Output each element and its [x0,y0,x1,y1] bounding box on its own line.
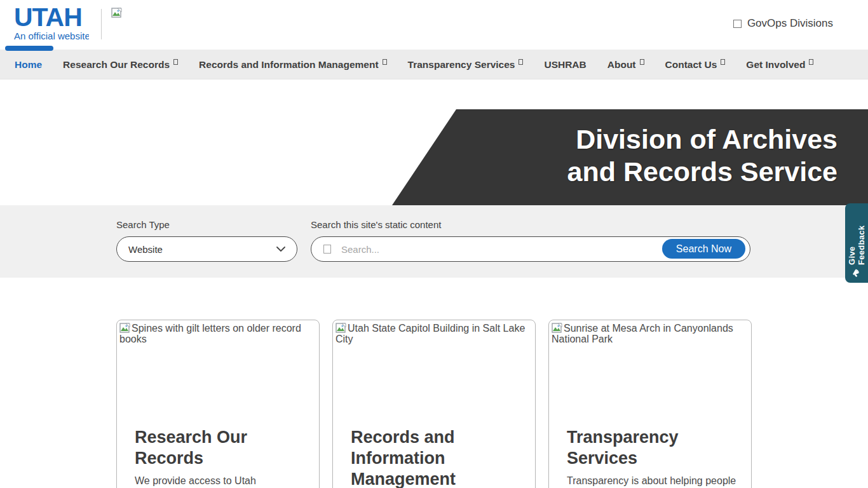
hero-shape: Division of Archives and Records Service [392,109,868,205]
nav-label: About [607,58,636,71]
broken-image-icon [552,323,562,334]
active-tab-indicator [5,46,53,51]
card-records-information-management[interactable]: Utah State Capitol Building in Salt Lake… [332,320,536,488]
dropdown-indicator-icon [809,59,813,65]
megaphone-icon [851,268,862,278]
nav-item-transparency-services[interactable]: Transparency Services [408,58,524,71]
card-title: Research Our Records [135,427,306,469]
nav-label: Transparency Services [408,58,515,71]
govops-icon [733,20,742,28]
card-description: We provide access to Utah governmental e… [135,475,306,488]
nav-item-ushrab[interactable]: USHRAB [544,58,586,71]
search-section: Search Type Website Search this site's s… [0,205,868,278]
card-image-alt: Spines with gilt letters on older record… [117,320,319,344]
card-description: Transparency is about helping people nav… [567,475,738,488]
card-transparency-services[interactable]: Sunrise at Mesa Arch in Canyonlands Nati… [548,320,752,488]
alt-text: Sunrise at Mesa Arch in Canyonlands Nati… [552,323,733,344]
card-image-alt: Sunrise at Mesa Arch in Canyonlands Nati… [549,320,751,344]
nav-label: Records and Information Management [199,58,378,71]
give-feedback-label: Give Feedback [847,210,866,265]
search-bar: Search Now [311,236,750,262]
nav-item-about[interactable]: About [607,58,644,71]
search-icon [323,245,331,254]
card-title: Transparency Services [567,427,738,469]
alt-text: Spines with gilt letters on older record… [119,323,301,344]
dropdown-indicator-icon [640,59,644,65]
nav-label: Home [15,58,42,71]
card-image-alt: Utah State Capitol Building in Salt Lake… [333,320,535,344]
govops-label: GovOps Divisions [747,17,833,30]
official-website-text: An official website [14,30,89,41]
nav-item-contact-us[interactable]: Contact Us [665,58,726,71]
broken-image-icon [111,8,122,21]
card-body: Research Our Records We provide access t… [135,427,306,488]
broken-image-icon [336,323,346,334]
card-research-our-records[interactable]: Spines with gilt letters on older record… [116,320,320,488]
search-type-value: Website [128,244,276,255]
card-title: Records and Information Management [351,427,522,488]
alt-text: Utah State Capitol Building in Salt Lake… [336,323,525,344]
search-content-label: Search this site's static content [311,219,441,230]
page-title-line1: Division of Archives [567,123,837,156]
dropdown-indicator-icon [721,59,725,65]
hero-banner: Division of Archives and Records Service [0,79,868,205]
nav-label: Research Our Records [63,58,170,71]
main-nav: Home Research Our Records Records and In… [0,50,868,79]
nav-label: Contact Us [665,58,717,71]
nav-label: Get Involved [746,58,805,71]
utah-logo-text: UTAH [14,4,89,30]
give-feedback-button[interactable]: Give Feedback [845,203,868,283]
nav-item-records-information-management[interactable]: Records and Information Management [199,58,386,71]
nav-item-home[interactable]: Home [15,58,42,71]
search-now-button[interactable]: Search Now [662,239,745,259]
govops-divisions-menu[interactable]: GovOps Divisions [733,17,833,30]
card-body: Records and Information Management [351,427,522,488]
site-header: UTAH An official website GovOps Division… [0,0,868,50]
utah-logo[interactable]: UTAH An official website [14,4,89,41]
search-type-label: Search Type [116,219,170,230]
page-title-line2: and Records Service [567,156,837,188]
dropdown-indicator-icon [383,59,387,65]
header-divider [101,9,102,39]
search-type-select[interactable]: Website [116,236,297,262]
card-body: Transparency Services Transparency is ab… [567,427,738,488]
dropdown-indicator-icon [173,59,178,65]
nav-item-get-involved[interactable]: Get Involved [746,58,813,71]
feature-cards: Spines with gilt letters on older record… [0,320,868,488]
nav-label: USHRAB [544,58,586,71]
page: UTAH An official website GovOps Division… [0,0,868,488]
dropdown-indicator-icon [519,59,523,65]
page-title: Division of Archives and Records Service [567,123,837,188]
nav-item-research-our-records[interactable]: Research Our Records [63,58,178,71]
chevron-down-icon [276,247,285,252]
broken-image-icon [119,323,130,334]
